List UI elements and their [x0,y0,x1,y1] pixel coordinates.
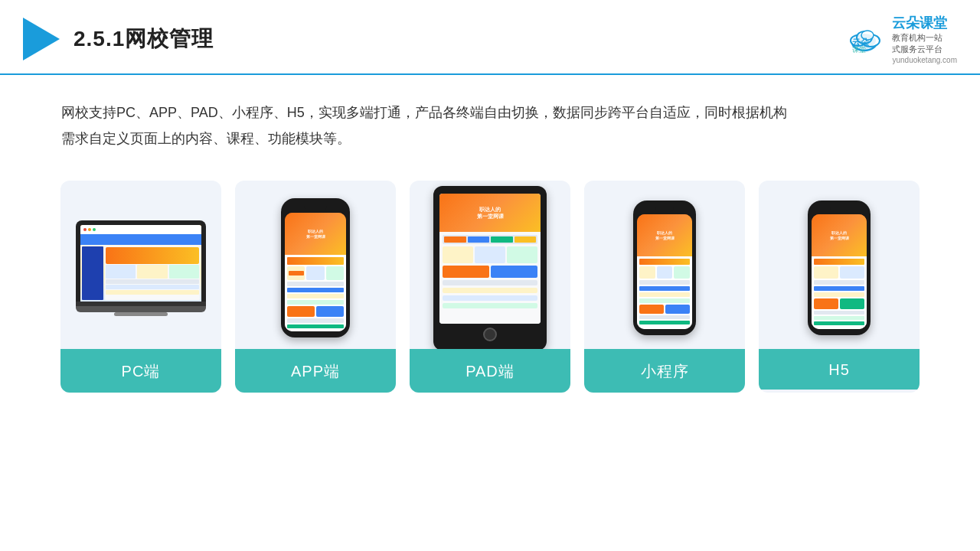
svg-text:课堂: 课堂 [852,46,866,53]
tablet-mockup: 职达人的第一堂网课 [433,186,547,350]
header-right: 云朵 课堂 云朵课堂 教育机构一站 式服务云平台 yunduoketang.co… [848,14,957,64]
pc-mockup [76,220,206,316]
description-block: 网校支持PC、APP、PAD、小程序、H5，实现多端打通，产品各终端自由切换，数… [0,75,980,159]
header-left: 2.5.1网校管理 [23,18,214,60]
cards-container: PC端 职达人的第一堂网课 [0,159,980,416]
card-h5: 职达人的第一堂网课 [759,181,920,393]
description-line2: 需求自定义页面上的内容、课程、功能模块等。 [61,126,919,152]
card-pad-image: 职达人的第一堂网课 [410,181,570,349]
page-title: 2.5.1网校管理 [74,24,214,54]
card-app-label: APP端 [235,349,396,393]
phone-mockup-app: 职达人的第一堂网课 [281,198,350,337]
brand-sub: 教育机构一站 式服务云平台 [892,32,942,56]
logo-triangle-icon [23,18,60,60]
card-h5-label: H5 [759,349,920,390]
card-app: 职达人的第一堂网课 [235,181,396,393]
card-pc-image [60,181,221,349]
phone-mockup-h5: 职达人的第一堂网课 [808,201,871,335]
card-miniapp-label: 小程序 [584,349,745,393]
brand-logo: 云朵 课堂 云朵课堂 教育机构一站 式服务云平台 yunduoketang.co… [848,14,957,64]
cloud-icon: 云朵 课堂 [848,25,887,53]
phone-mockup-miniapp: 职达人的第一堂网课 [633,201,696,335]
card-app-image: 职达人的第一堂网课 [235,181,396,349]
card-pc-label: PC端 [60,349,221,393]
card-miniapp: 职达人的第一堂网课 [584,181,745,393]
card-pc: PC端 [60,181,221,393]
page-header: 2.5.1网校管理 云朵 课堂 云朵课堂 教育机构一站 式服务云平台 [0,0,980,75]
brand-name: 云朵课堂 [892,14,947,32]
description-line1: 网校支持PC、APP、PAD、小程序、H5，实现多端打通，产品各终端自由切换，数… [61,99,919,126]
card-pad-label: PAD端 [410,349,570,393]
card-pad: 职达人的第一堂网课 [410,181,570,393]
card-miniapp-image: 职达人的第一堂网课 [584,181,745,349]
brand-url: yunduoketang.com [892,56,957,64]
card-h5-image: 职达人的第一堂网课 [759,181,920,349]
